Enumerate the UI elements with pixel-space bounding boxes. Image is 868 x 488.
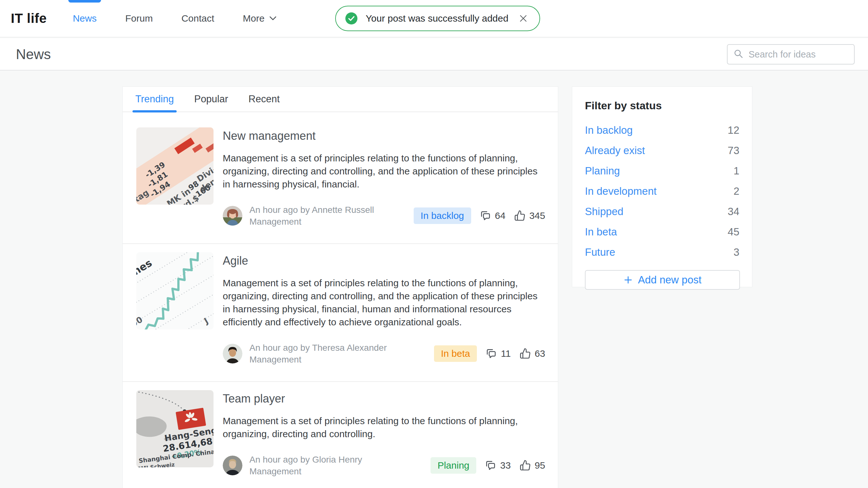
post-excerpt: Management is a set of principles relati… <box>223 276 544 329</box>
post-excerpt: Management is a set of principles relati… <box>223 414 544 440</box>
comments-count[interactable]: 33 <box>485 459 510 471</box>
comments-icon <box>485 347 497 360</box>
filter-row-planing: Planing 1 <box>585 161 739 181</box>
filter-row-in-beta: In beta 45 <box>585 222 739 242</box>
close-icon[interactable] <box>518 13 529 24</box>
page-title: News <box>16 47 51 62</box>
filter-link[interactable]: In beta <box>585 226 617 238</box>
filter-link[interactable]: Planing <box>585 165 620 177</box>
author-avatar <box>223 456 242 475</box>
post-meta: An hour ago by Theresa Alexander Managem… <box>249 342 387 365</box>
filter-count: 34 <box>727 206 739 218</box>
filter-count: 2 <box>734 185 739 197</box>
filter-sidebar: Filter by status In backlog 12 Already e… <box>572 86 752 287</box>
nav-item-more[interactable]: More <box>241 0 278 37</box>
filter-row-in-backlog: In backlog 12 <box>585 120 739 141</box>
success-toast: Your post was successfully added <box>335 6 540 31</box>
post-thumbnail-newspaper-photo[interactable]: -1,39 -1,81 -1,94 98 100 5,76 1,56 3,08 … <box>136 127 214 205</box>
tab-popular[interactable]: Popular <box>194 87 228 112</box>
check-circle-icon <box>345 12 358 25</box>
post-card-team-player: Hang-Seng 28.614,68 +0,20% Shanghai Comp… <box>123 382 558 488</box>
thumbs-up-icon <box>514 210 526 222</box>
chevron-down-icon <box>269 16 277 21</box>
likes-count[interactable]: 95 <box>519 459 545 471</box>
page-header-bar: News <box>0 38 868 70</box>
nav-item-forum[interactable]: Forum <box>123 0 155 37</box>
likes-count[interactable]: 345 <box>514 210 545 222</box>
add-new-post-button[interactable]: Add new post <box>585 270 740 290</box>
post-title[interactable]: Team player <box>223 392 545 405</box>
filter-link[interactable]: In backlog <box>585 124 632 136</box>
filter-link[interactable]: Shipped <box>585 206 623 218</box>
post-title[interactable]: New management <box>223 129 545 143</box>
search-box <box>727 44 855 64</box>
filter-list: In backlog 12 Already exist 73 Planing 1… <box>585 120 739 263</box>
author-avatar <box>223 206 242 225</box>
filter-row-shipped: Shipped 34 <box>585 202 739 222</box>
sidebar-title: Filter by status <box>585 99 739 112</box>
status-badge[interactable]: In beta <box>434 345 477 362</box>
feed-tabs: Trending Popular Recent <box>123 87 558 112</box>
nav-item-contact[interactable]: Contact <box>180 0 216 37</box>
tab-trending[interactable]: Trending <box>135 87 174 112</box>
thumbs-up-icon <box>519 459 531 471</box>
author-avatar <box>223 344 242 363</box>
post-thumbnail-stock-chart-photo[interactable]: Jones 8000 26000 24000 22000 20000 J J A… <box>136 252 214 330</box>
filter-row-in-development: In development 2 <box>585 181 739 202</box>
comments-count[interactable]: 11 <box>485 347 510 360</box>
filter-row-already-exist: Already exist 73 <box>585 141 739 161</box>
posts-panel: Trending Popular Recent -1,39 -1,81 -1,9… <box>122 86 558 488</box>
post-excerpt: Management is a set of principles relati… <box>223 152 544 191</box>
nav-item-news[interactable]: News <box>71 0 98 37</box>
filter-link[interactable]: In development <box>585 185 657 197</box>
post-meta: An hour ago by Annette Russell Managemen… <box>249 204 374 227</box>
brand-logo[interactable]: IT life <box>11 11 47 26</box>
post-card-agile: Jones 8000 26000 24000 22000 20000 J J A… <box>123 244 558 382</box>
filter-link[interactable]: Future <box>585 246 615 258</box>
post-thumbnail-market-map-photo[interactable]: Hang-Seng 28.614,68 +0,20% Shanghai Comp… <box>136 390 214 467</box>
filter-link[interactable]: Already exist <box>585 145 645 157</box>
tab-recent[interactable]: Recent <box>248 87 280 112</box>
plus-icon <box>623 275 633 285</box>
search-icon <box>733 49 743 60</box>
comments-icon <box>485 459 497 471</box>
filter-count: 3 <box>734 246 739 258</box>
main-nav: News Forum Contact More <box>71 0 303 37</box>
post-title[interactable]: Agile <box>223 254 545 268</box>
toast-message: Your post was successfully added <box>366 13 508 24</box>
comments-icon <box>479 210 492 222</box>
post-meta: An hour ago by Gloria Henry Management <box>249 454 362 477</box>
likes-count[interactable]: 63 <box>519 347 545 360</box>
filter-count: 45 <box>727 226 739 238</box>
thumbs-up-icon <box>519 347 531 360</box>
filter-count: 12 <box>727 124 739 136</box>
post-card-new-management: -1,39 -1,81 -1,94 98 100 5,76 1,56 3,08 … <box>123 112 558 244</box>
filter-row-future: Future 3 <box>585 242 739 263</box>
status-badge[interactable]: Planing <box>431 457 476 474</box>
status-badge[interactable]: In backlog <box>414 208 471 224</box>
search-input[interactable] <box>748 49 848 60</box>
comments-count[interactable]: 64 <box>479 210 505 222</box>
filter-count: 73 <box>727 145 739 157</box>
filter-count: 1 <box>734 165 739 177</box>
